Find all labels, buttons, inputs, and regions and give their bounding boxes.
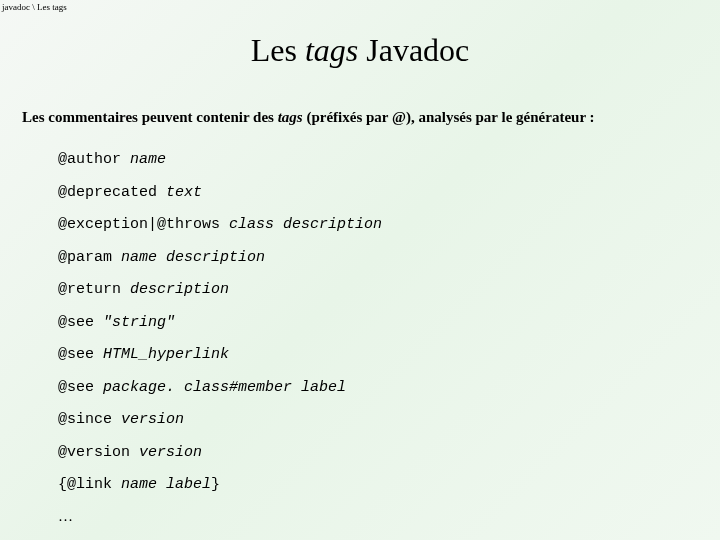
tag-arg: name description	[121, 249, 265, 266]
tag-keyword: @version	[58, 444, 139, 461]
tag-list: @author name @deprecated text @exception…	[58, 144, 720, 530]
list-item: {@link name label}	[58, 469, 720, 500]
title-italic: tags	[305, 32, 358, 68]
tag-keyword: @see	[58, 379, 103, 396]
list-item: @see "string"	[58, 307, 720, 338]
tag-arg: name label	[121, 476, 211, 493]
list-item: @exception|@throws class description	[58, 209, 720, 240]
list-item: @since version	[58, 404, 720, 435]
intro-prefix: Les commentaires peuvent contenir des	[22, 109, 278, 125]
tag-arg: version	[139, 444, 202, 461]
tag-keyword: @exception|@throws	[58, 216, 229, 233]
title-suffix: Javadoc	[358, 32, 469, 68]
tag-arg: description	[130, 281, 229, 298]
tag-keyword: @return	[58, 281, 130, 298]
tag-suffix: }	[211, 476, 220, 493]
tag-keyword: {@link	[58, 476, 121, 493]
page-title: Les tags Javadoc	[0, 32, 720, 69]
tag-keyword: @since	[58, 411, 121, 428]
tag-keyword: @see	[58, 346, 103, 363]
list-item: @param name description	[58, 242, 720, 273]
list-item: @return description	[58, 274, 720, 305]
tag-keyword: @author	[58, 151, 130, 168]
tag-arg: name	[130, 151, 166, 168]
list-item: @author name	[58, 144, 720, 175]
tag-arg: HTML_hyperlink	[103, 346, 229, 363]
list-item: @deprecated text	[58, 177, 720, 208]
tag-arg: version	[121, 411, 184, 428]
tag-keyword: @param	[58, 249, 121, 266]
list-item: @see package. class#member label	[58, 372, 720, 403]
list-item: @version version	[58, 437, 720, 468]
tag-arg: "string"	[103, 314, 175, 331]
title-prefix: Les	[251, 32, 305, 68]
intro-text: Les commentaires peuvent contenir des ta…	[22, 109, 720, 126]
intro-italic: tags	[278, 109, 303, 125]
intro-suffix: (préfixés par @), analysés par le généra…	[303, 109, 595, 125]
list-item: @see HTML_hyperlink	[58, 339, 720, 370]
list-ellipsis: …	[58, 502, 720, 531]
tag-arg: class description	[229, 216, 382, 233]
tag-keyword: @deprecated	[58, 184, 166, 201]
tag-keyword: @see	[58, 314, 103, 331]
tag-arg: text	[166, 184, 202, 201]
tag-arg: package. class#member label	[103, 379, 346, 396]
breadcrumb: javadoc \ Les tags	[2, 2, 67, 12]
